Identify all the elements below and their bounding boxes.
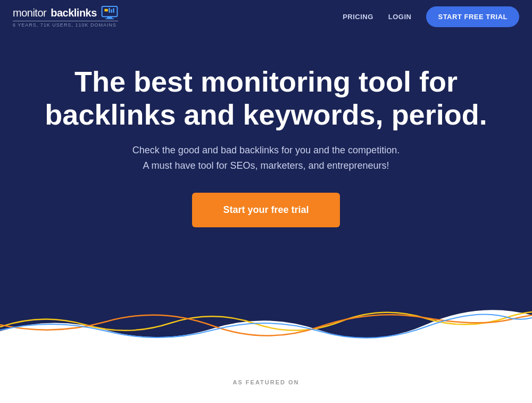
svg-rect-1 [107, 17, 112, 18]
header: monitorbacklinks 6 years, 71k users, 110… [0, 0, 532, 33]
svg-rect-2 [105, 18, 114, 19]
hero-subtext-line1: Check the good and bad backlinks for you… [132, 145, 400, 155]
hero-section: The best monitoring tool for backlinks a… [0, 33, 532, 289]
logo-text: monitorbacklinks [13, 5, 118, 20]
logo-backlinks-text: backlinks [51, 7, 97, 19]
logo-icon [101, 5, 118, 20]
login-link[interactable]: LOGIN [388, 13, 412, 21]
wave-divider [0, 289, 532, 352]
hero-subtext: Check the good and bad backlinks for you… [106, 143, 426, 174]
header-trial-button[interactable]: START FREE TRIAL [426, 6, 519, 27]
logo-area: monitorbacklinks 6 years, 71k users, 110… [13, 5, 118, 28]
hero-headline: The best monitoring tool for backlinks a… [37, 65, 495, 131]
svg-rect-3 [104, 9, 107, 12]
hero-trial-button[interactable]: Start your free trial [192, 193, 339, 227]
svg-rect-5 [111, 10, 112, 13]
hero-subtext-line2: A must have tool for SEOs, marketers, an… [143, 160, 389, 171]
featured-label: AS FEATURED ON [21, 379, 511, 385]
logo-monitor-text: monitor [13, 7, 46, 19]
wave-svg [0, 289, 532, 352]
pricing-link[interactable]: PRICING [343, 13, 373, 21]
featured-section: AS FEATURED ON SEJ TNW Forbes Entreprene… [0, 352, 532, 403]
main-nav: PRICING LOGIN START FREE TRIAL [343, 6, 519, 27]
svg-rect-4 [109, 7, 110, 13]
logo-subtitle: 6 years, 71k users, 110k domains [13, 21, 118, 28]
svg-rect-6 [113, 8, 114, 13]
